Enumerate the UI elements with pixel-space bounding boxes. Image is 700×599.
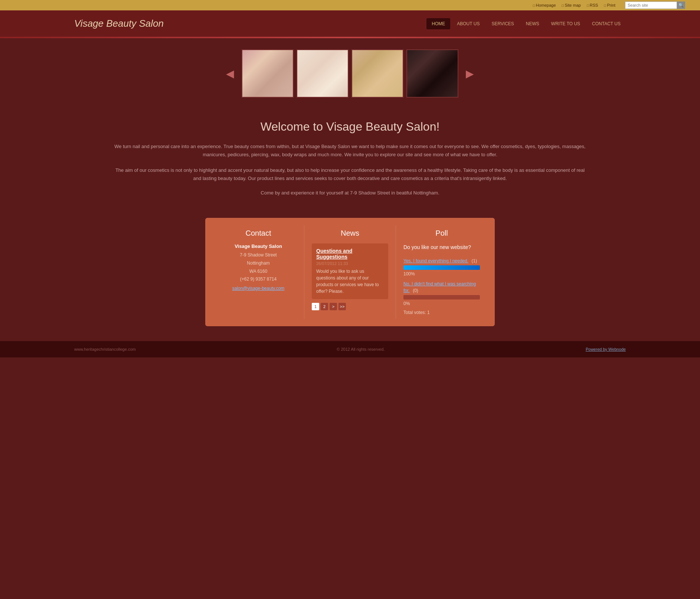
slide-image-3 (351, 49, 403, 98)
contact-address1: 7-9 Shadow Street (220, 251, 297, 259)
nav-about[interactable]: ABOUT US (452, 18, 485, 29)
contact-address2: Nottingham (220, 259, 297, 268)
sitemap-link[interactable]: Site map (562, 3, 581, 7)
search-form: 🔍 (625, 1, 685, 9)
nav-news[interactable]: NEWS (521, 18, 544, 29)
news-column: News Questions and Suggestions 26/07/201… (304, 225, 396, 319)
poll-bar-1-container (403, 265, 480, 270)
page-next-button[interactable]: > (330, 303, 337, 310)
welcome-para-1: We turn nail and personal care into an e… (111, 143, 589, 159)
search-input[interactable] (625, 1, 677, 9)
columns-section: Contact Visage Beauty Salon 7-9 Shadow S… (0, 210, 700, 341)
rss-link[interactable]: RSS (587, 3, 598, 7)
poll-option-1-count: (1) (471, 258, 477, 264)
homepage-link[interactable]: Homepage (533, 3, 556, 7)
footer-url: www.heritagechristiancollege.com (74, 347, 136, 351)
visit-text: Come by and experience it for yourself a… (111, 190, 589, 196)
columns-inner: Contact Visage Beauty Salon 7-9 Shadow S… (205, 218, 495, 326)
contact-email-link[interactable]: salon@visage-beauty.com (220, 286, 297, 291)
poll-option-2-count: (0) (413, 288, 418, 293)
main-nav: HOME ABOUT US SERVICES NEWS WRITE TO US … (426, 18, 626, 29)
nav-services[interactable]: SERVICES (486, 18, 519, 29)
poll-total: Total votes: 1 (403, 310, 480, 315)
contact-address3: WA 6160 (220, 268, 297, 276)
poll-percent-1: 100% (403, 271, 480, 276)
poll-option-2: No, I didn't find what I was searching f… (403, 280, 480, 306)
page-1-button[interactable]: 1 (312, 303, 319, 310)
search-button[interactable]: 🔍 (677, 1, 685, 9)
poll-percent-2: 0% (403, 301, 480, 306)
nav-home[interactable]: HOME (426, 18, 450, 29)
poll-total-label: Total votes: (403, 310, 426, 315)
news-date: 26/07/2012 11:33 (316, 261, 384, 266)
news-card: Questions and Suggestions 26/07/2012 11:… (312, 243, 388, 299)
slide-image-4 (406, 49, 458, 98)
news-title: News (312, 229, 388, 238)
top-bar: Homepage Site map RSS Print 🔍 (0, 0, 700, 10)
image-slider: ◀ ▶ (0, 38, 700, 109)
contact-title: Contact (220, 229, 297, 238)
news-pagination: 1 2 > >> (312, 303, 388, 310)
contact-column: Contact Visage Beauty Salon 7-9 Shadow S… (213, 225, 304, 319)
nav-contact[interactable]: CONTACT US (587, 18, 626, 29)
nav-write[interactable]: WRITE TO US (546, 18, 585, 29)
welcome-title: Welcome to Visage Beauty Salon! (111, 120, 589, 134)
header: Visage Beauty Salon HOME ABOUT US SERVIC… (0, 10, 700, 37)
print-link[interactable]: Print (604, 3, 615, 7)
poll-bar-2-container (403, 295, 480, 300)
welcome-section: Welcome to Visage Beauty Salon! We turn … (0, 109, 700, 210)
footer-powered-link[interactable]: Powered by Webnode (586, 347, 626, 351)
slide-image-1 (242, 49, 294, 98)
page-last-button[interactable]: >> (338, 303, 346, 310)
welcome-para-2: The aim of our cosmetics is not only to … (111, 166, 589, 183)
poll-column: Poll Do you like our new website? Yes, I… (396, 225, 487, 319)
footer-copyright: © 2012 All rights reserved. (337, 347, 385, 351)
slide-image-2 (297, 49, 349, 98)
contact-biz-name: Visage Beauty Salon (220, 243, 297, 249)
contact-phone: (+62 9) 9357 8714 (220, 275, 297, 284)
slider-images (242, 49, 458, 98)
slider-next-arrow[interactable]: ▶ (466, 68, 474, 80)
slider-prev-arrow[interactable]: ◀ (226, 68, 234, 80)
poll-option-1: Yes, I found everything I needed. (1) 10… (403, 257, 480, 276)
site-title: Visage Beauty Salon (74, 18, 164, 29)
poll-title: Poll (403, 229, 480, 238)
poll-option-1-link[interactable]: Yes, I found everything I needed. (403, 258, 468, 264)
poll-total-count: 1 (427, 310, 430, 315)
news-excerpt: Would you like to ask us questions about… (316, 268, 384, 295)
news-article-title[interactable]: Questions and Suggestions (316, 248, 384, 260)
poll-bar-1 (403, 265, 480, 270)
poll-question: Do you like our new website? (403, 243, 480, 251)
page-2-button[interactable]: 2 (321, 303, 328, 310)
footer: www.heritagechristiancollege.com © 2012 … (0, 341, 700, 357)
